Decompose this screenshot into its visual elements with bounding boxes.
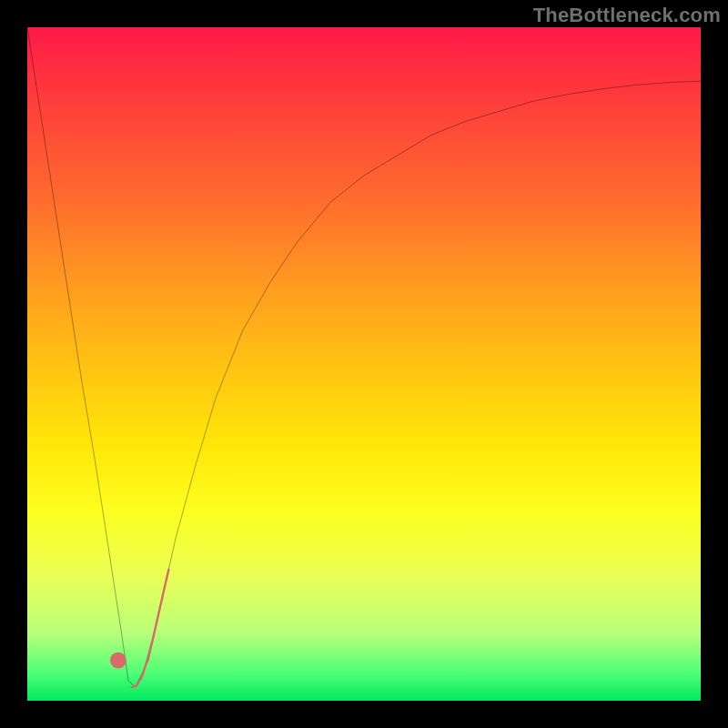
curve-layer <box>27 27 701 701</box>
chart-frame: TheBottleneck.com <box>0 0 728 728</box>
plot-area <box>27 27 701 701</box>
optimum-dot <box>110 652 126 669</box>
highlight-segment <box>132 570 169 688</box>
bottleneck-curve <box>27 27 701 687</box>
watermark-text: TheBottleneck.com <box>533 4 721 27</box>
